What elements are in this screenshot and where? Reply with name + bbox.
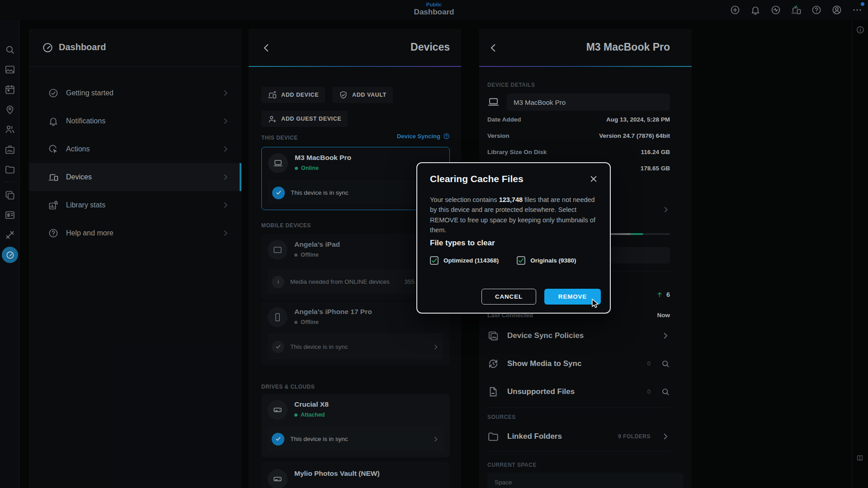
file-count: 123,748 [499,196,523,203]
checkbox-checked-icon[interactable] [430,256,439,265]
mouse-cursor [591,299,601,311]
dialog-title: Clearing Cache Files [430,174,524,184]
dialog-body-text: Your selection contains 123,748 files th… [430,195,601,235]
cancel-button[interactable]: CANCEL [481,289,536,305]
checkbox-checked-icon[interactable] [517,256,525,265]
originals-label: Originals (9380) [530,257,576,264]
originals-checkbox[interactable]: Originals (9380) [517,256,576,265]
dialog-subheading: File types to clear [430,239,495,248]
close-icon[interactable] [589,174,598,183]
optimized-checkbox[interactable]: Optimized (114368) [430,256,499,265]
clearing-cache-dialog: Clearing Cache Files Your selection cont… [416,162,611,314]
file-type-options: Optimized (114368) Originals (9380) [430,256,576,265]
app-root: Public Dashboard [0,0,868,488]
optimized-label: Optimized (114368) [443,257,499,264]
